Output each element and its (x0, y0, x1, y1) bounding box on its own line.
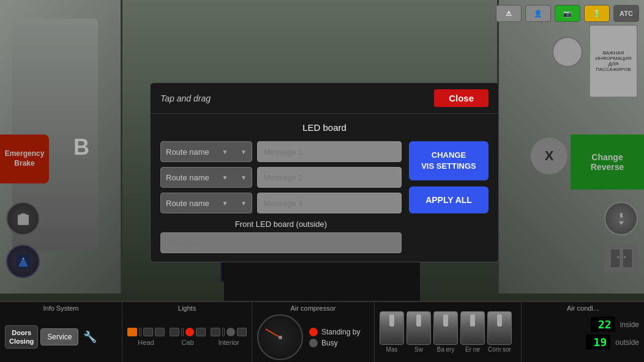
front-led-label: Front LED board (outside) (160, 220, 402, 229)
outside-temp-value: 19 (586, 334, 610, 350)
lever-mas: Mas (380, 311, 404, 353)
temp-display: 22 inside 19 outside (526, 317, 639, 350)
head-light-bar (127, 328, 165, 336)
message-input-2[interactable] (257, 167, 402, 188)
route-chevron-1: ▼ (222, 149, 228, 155)
battery-status-btn[interactable]: 🔋 (584, 5, 610, 22)
int-gray-dot (227, 328, 235, 336)
air-compressor-section: Air compressor Standing by Busy (252, 302, 375, 362)
modal-right: CHANGE VIS SETTINGS APPLY ALL (409, 141, 489, 253)
outside-temp-label: outside (615, 338, 639, 347)
info-system-section: Info System Doors Closing Service 🔧 (0, 302, 122, 362)
change-vis-line2: VIS SETTINGS (421, 161, 476, 171)
status-indicators: Standing by Busy (309, 328, 360, 347)
message-input-3[interactable] (257, 193, 402, 213)
standing-by-label: Standing by (321, 328, 360, 336)
interior-light-label: Interior (218, 339, 239, 346)
doors-closing-button[interactable]: Doors Closing (5, 325, 38, 349)
inside-temp-label: inside (620, 320, 639, 329)
lever-compressor-img[interactable] (487, 311, 512, 345)
outside-temp-row: 19 outside (526, 334, 639, 350)
cab-light-bar (170, 328, 206, 336)
doors-closing-line1: Doors (12, 329, 31, 336)
modal-body: LED board Route name ▼ Route name ▼ (151, 114, 498, 262)
busy-label: Busy (321, 339, 338, 347)
lights-section: Lights Head Cab (122, 302, 252, 362)
led-row-1: Route name ▼ (160, 141, 402, 162)
head-light-seg2 (143, 328, 153, 336)
interior-light-group: Interior (211, 328, 247, 346)
lever-mas-img[interactable] (380, 311, 404, 345)
route-select-2-label: Route name (166, 173, 209, 182)
lights-controls: Head Cab Interio (127, 314, 247, 360)
change-vis-line1: CHANGE (432, 150, 466, 160)
lever-engine: Er ne (460, 311, 485, 353)
apply-all-button[interactable]: APPLY ALL (409, 187, 489, 213)
close-button[interactable]: Close (434, 89, 489, 107)
standing-by-dot (309, 328, 318, 336)
doors-closing-line2: Closing (9, 338, 34, 345)
lights-title: Lights (127, 305, 247, 312)
route-chevron-3: ▼ (222, 200, 228, 207)
top-bar: ⚠ 👤 📷 🔋 ATC (496, 5, 639, 22)
led-row-2: Route name ▼ (160, 167, 402, 188)
lever-sw: Sw (406, 311, 431, 353)
lever-compressor-label: Com sor (488, 346, 511, 353)
inside-temp-row: 22 inside (526, 317, 639, 332)
levers-section: Mas Sw Ba ery Er ne Com sor (375, 302, 522, 362)
inside-temp-value: 22 (591, 317, 615, 332)
lever-mas-label: Mas (386, 346, 398, 353)
head-light-group: Head (127, 328, 165, 346)
route-select-2[interactable]: Route name ▼ (160, 167, 252, 188)
enter-text-input[interactable] (160, 232, 402, 253)
int-light-sep (222, 328, 225, 336)
info-system-title: Info System (5, 305, 117, 312)
head-light-seg1 (127, 328, 137, 336)
gauge-center (279, 336, 282, 339)
route-select-1-label: Route name (166, 147, 209, 157)
wrench-icon: 🔧 (81, 328, 99, 346)
int-light-seg1 (211, 328, 220, 336)
lever-battery: Ba ery (433, 311, 458, 353)
air-conditioning-section: Air condi... 22 inside 19 outside (522, 302, 644, 362)
message-input-1[interactable] (257, 141, 402, 162)
cab-red-dot (185, 328, 194, 336)
modal-left: Route name ▼ Route name ▼ Rout (160, 141, 402, 253)
route-chevron-2: ▼ (222, 174, 228, 181)
modal-content-area: Route name ▼ Route name ▼ Rout (160, 141, 489, 253)
route-select-1[interactable]: Route name ▼ (160, 141, 252, 162)
led-board-title: LED board (160, 122, 489, 133)
drag-label: Tap and drag (160, 94, 211, 103)
warning-icon-btn[interactable]: ⚠ (496, 5, 522, 22)
lever-sw-label: Sw (414, 346, 423, 353)
lever-engine-label: Er ne (465, 346, 480, 353)
route-select-3[interactable]: Route name ▼ (160, 193, 252, 213)
person-icon-btn[interactable]: 👤 (525, 5, 551, 22)
head-light-seg3 (155, 328, 165, 336)
lever-engine-img[interactable] (460, 311, 485, 345)
air-cond-title: Air condi... (526, 305, 639, 312)
service-button[interactable]: Service (40, 328, 78, 345)
route-select-3-label: Route name (166, 199, 209, 208)
change-vis-settings-button[interactable]: CHANGE VIS SETTINGS (409, 141, 489, 180)
pressure-gauge (257, 314, 303, 360)
cab-light-sep (181, 328, 184, 336)
gauge-container: Standing by Busy (257, 314, 369, 360)
cab-light-group: Cab (170, 328, 206, 346)
cab-light-seg3 (196, 328, 206, 336)
info-system-buttons: Doors Closing Service 🔧 (5, 314, 117, 360)
camera-status-btn[interactable]: 📷 (555, 5, 580, 22)
standing-by-row: Standing by (309, 328, 360, 336)
lever-sw-img[interactable] (406, 311, 431, 345)
busy-dot (309, 339, 318, 347)
cab-light-label: Cab (181, 339, 193, 346)
atc-btn[interactable]: ATC (613, 5, 639, 22)
lever-battery-label: Ba ery (437, 346, 455, 353)
led-board-modal: Tap and drag Close LED board Route name … (150, 83, 499, 262)
int-light-seg3 (237, 328, 247, 336)
head-light-label: Head (138, 339, 154, 346)
interior-light-bar (211, 328, 247, 336)
lever-battery-img[interactable] (433, 311, 458, 345)
lever-compressor: Com sor (487, 311, 512, 353)
cab-light-seg1 (170, 328, 179, 336)
